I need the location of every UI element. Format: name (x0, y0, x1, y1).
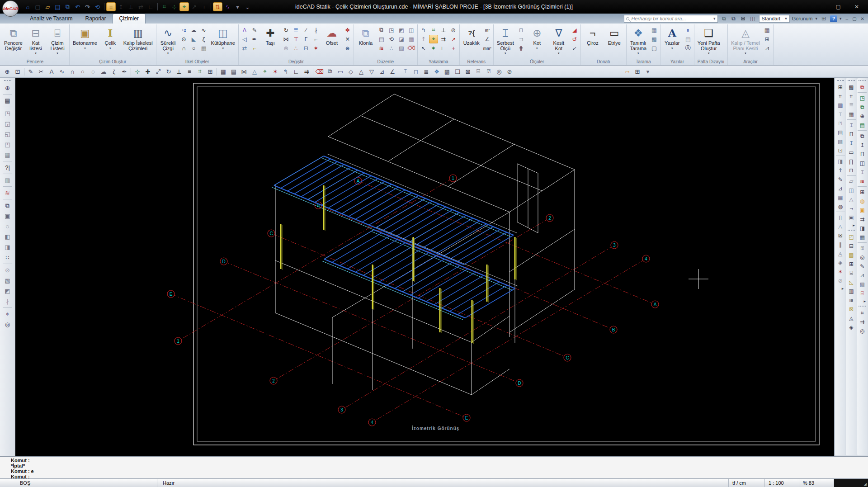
report-copy-icon[interactable]: ◳ (858, 94, 867, 102)
hatch-tool-icon[interactable]: ▦ (218, 67, 228, 76)
dim-tool-icon[interactable]: ⊓ (411, 67, 421, 76)
midpoint-snap-icon[interactable]: ↗ (189, 2, 199, 11)
qat-more-icon[interactable]: ⌄ (243, 2, 252, 11)
standart-style-select[interactable]: Standart ▾ (759, 15, 790, 23)
izgara-tarama-icon[interactable]: ▦ (650, 26, 659, 34)
tablo-sec-icon[interactable]: ▦ (407, 35, 416, 43)
ledger-icon[interactable]: ▧ (2, 276, 13, 285)
xbox-icon[interactable]: ⊠ (846, 305, 856, 313)
nokta-dizi-icon[interactable]: ∴ (387, 44, 396, 52)
pen-sheet-icon[interactable]: ✎ (858, 262, 867, 270)
freehand-icon[interactable]: ζ (109, 67, 119, 76)
perpendicular-mode-icon[interactable]: ⊥ (126, 2, 136, 11)
dalga-icon[interactable]: ∿ (199, 26, 208, 34)
wave-tool-icon[interactable]: ∿ (57, 67, 67, 76)
lined-panel-icon[interactable]: ▤ (846, 251, 856, 259)
dashed-circle-icon[interactable]: ◌ (88, 67, 98, 76)
help-box-icon[interactable]: ⍰ (484, 67, 494, 76)
pafta-grid-icon[interactable]: ⊞ (632, 67, 642, 76)
mesh-icon[interactable]: ▦ (846, 110, 856, 118)
angle-tool-icon[interactable]: ∠ (387, 67, 397, 76)
grid-snap-icon[interactable]: ⌗ (160, 2, 169, 11)
toolbar2-more-icon[interactable]: ▾ (643, 67, 653, 76)
plan-grid-icon[interactable]: ⊞ (835, 83, 845, 91)
ibeam-tool-icon[interactable]: ⌶ (401, 67, 410, 76)
pen-icon[interactable]: ✎ (26, 67, 36, 76)
render-settings-icon[interactable]: ⊞ (820, 14, 828, 23)
corner-panel-icon[interactable]: ◰ (846, 232, 856, 241)
pafta-folder-icon[interactable]: ▱ (622, 67, 632, 76)
mesh-sheet-icon[interactable]: ▦ (858, 233, 867, 241)
sheet-copy-icon[interactable]: ⧉ (858, 103, 867, 111)
gorunum-menu[interactable]: Görünüm ▾ (792, 14, 817, 23)
mdi-close-button[interactable]: ✕ (861, 16, 864, 21)
sheet-tool-icon[interactable]: ❏ (453, 67, 462, 76)
move-tool-icon[interactable]: ✚ (143, 67, 153, 76)
plus-box-icon[interactable]: ⊞ (846, 260, 856, 268)
isometric-drawing[interactable]: AABBCCDDEE11223344İzometrik Görünüş (15, 78, 834, 456)
egim-olcu-icon[interactable]: ◢ (570, 26, 579, 34)
beam-sheet-icon[interactable]: ⌶ (858, 168, 867, 176)
pergel-icon[interactable]: Λ (240, 26, 249, 34)
binoculars-icon[interactable]: ◎ (2, 320, 13, 329)
coklu-dogru-icon[interactable]: +2 (179, 26, 189, 34)
raise-icon[interactable]: ↥ (858, 141, 867, 149)
slope-draw-icon[interactable]: ⊿ (835, 184, 845, 193)
mesh-draw-icon[interactable]: ▦ (835, 193, 845, 202)
tasi-button[interactable]: ✚Taşı (260, 25, 281, 59)
aci-olc-icon[interactable]: ∠ (483, 35, 492, 43)
kat-listesi-button[interactable]: ⊟Kat listesi▾ (25, 25, 46, 59)
gable-icon[interactable]: △ (846, 195, 856, 203)
grid-sheet-icon[interactable]: ⊞ (858, 188, 867, 196)
secim-3-icon[interactable]: ▨ (397, 44, 406, 52)
extrude-icon[interactable]: ◩ (2, 286, 13, 296)
izgara-kilidi-icon[interactable]: ⌗ (429, 26, 438, 34)
node-snap-icon[interactable]: ⌖ (179, 2, 189, 11)
slope-tool-icon[interactable]: ⊿ (377, 67, 387, 76)
triangle-tool-icon[interactable]: △ (250, 67, 259, 76)
table-tool-icon[interactable]: ⊞ (205, 67, 215, 76)
quick-command-icon[interactable]: ϟ (223, 2, 232, 11)
dagit-icon[interactable]: ∴ (292, 44, 301, 52)
report-icon[interactable]: ▥ (2, 175, 13, 185)
zoom-tool-icon[interactable]: ⊕ (2, 83, 13, 93)
parallel-tool-icon[interactable]: ⇉ (302, 67, 311, 76)
alan-olc-icon[interactable]: m² (483, 26, 492, 34)
stair-icon[interactable]: ≣ (846, 101, 856, 109)
cone2-icon[interactable]: ◬ (846, 314, 856, 322)
toolbar-expand-icon[interactable]: ▸ (842, 286, 844, 291)
properties-panel-icon[interactable]: ▤ (2, 96, 13, 105)
imlec-icon[interactable]: ↖ (419, 44, 428, 52)
dondur-icon[interactable]: ↻ (282, 26, 291, 34)
drawing-canvas[interactable]: AABBCCDDEE11223344İzometrik Görünüş (15, 78, 834, 456)
move-object-icon[interactable]: ◳ (2, 109, 13, 118)
copy-tool-icon[interactable]: ⧉ (325, 67, 335, 76)
open-project-icon[interactable]: ▱ (43, 2, 52, 11)
secim-4-icon[interactable]: ◫ (407, 26, 416, 34)
panel-draw-icon[interactable]: ⍞ (835, 119, 845, 128)
istatistik-icon[interactable]: ≣ (292, 26, 301, 34)
beam-draw-icon[interactable]: ⌶ (835, 110, 845, 118)
yapistir-icon[interactable]: ▤ (377, 35, 386, 43)
filled-panel-icon[interactable]: ▣ (846, 213, 856, 222)
perp-tool-icon[interactable]: ⊥ (174, 67, 184, 76)
mdi-minimize-button[interactable]: – (846, 16, 849, 21)
add-sheet-icon[interactable]: ⊕ (858, 112, 867, 120)
resim-ekle-icon[interactable]: ▦ (199, 44, 208, 52)
paralel-yakala-icon[interactable]: ⇉ (439, 35, 448, 43)
kesit-kot-button[interactable]: ∇Kesit Kot▾ (548, 25, 569, 59)
window-icon[interactable]: ◫ (846, 186, 856, 194)
serbest-olcu-button[interactable]: ⌶Serbest Ölçü▾ (495, 25, 516, 59)
channel-icon[interactable]: ⊓ (846, 166, 856, 175)
buda-icon[interactable]: ∕ (302, 26, 311, 34)
toolbar-expand-icon[interactable]: ▸ (853, 223, 855, 227)
group-icon[interactable]: ◧ (2, 232, 13, 241)
not-isareti-icon[interactable]: ⌐ (250, 44, 259, 52)
bulut-icon[interactable]: ☁ (189, 26, 198, 34)
frame-sheet-icon[interactable]: ◫ (858, 159, 867, 167)
close-box-icon[interactable]: ⊠ (463, 67, 473, 76)
etriye-button[interactable]: ▭Etriye (604, 25, 625, 59)
axis-draw-icon[interactable]: ⌗ (835, 92, 845, 100)
yaricap-olcu-icon[interactable]: ↺ (570, 35, 579, 43)
cizim-listesi-button[interactable]: ⌸Çizim Listesi▾ (47, 25, 68, 59)
